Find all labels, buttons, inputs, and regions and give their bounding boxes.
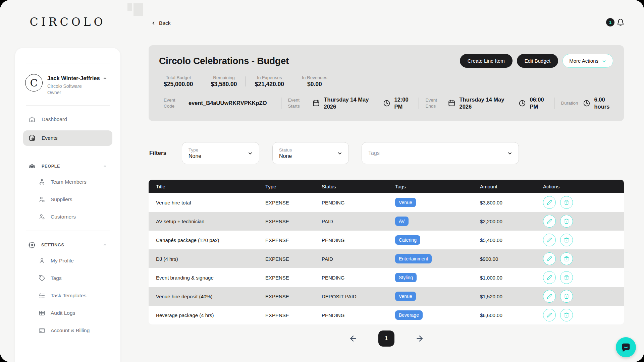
status-filter-value: None [279,153,337,159]
sidebar-item-events[interactable]: Events [23,130,112,146]
chevron-down-icon [248,150,253,156]
page-number-button[interactable]: 1 [378,330,394,347]
sidebar-item-account-billing[interactable]: Account & Billing [23,323,112,338]
sidebar-item-dashboard[interactable]: Dashboard [23,112,112,127]
avatar: C [25,74,43,92]
stat-label: Remaining [211,75,237,80]
chevron-up-icon [103,164,107,168]
cell-type: EXPENSE [265,256,322,262]
tags-filter-dropdown[interactable]: Tags [362,142,519,164]
sidebar-item-customers[interactable]: Customers [23,209,112,225]
page-title: Circolo Celebrations - Budget [159,56,289,66]
chat-launcher-button[interactable] [616,337,636,357]
sidebar-item-team-members[interactable]: Team Members [23,174,112,190]
edit-line-item-button[interactable] [543,290,556,303]
sidebar-item-my-profile[interactable]: My Profile [23,253,112,268]
more-actions-label: More Actions [569,58,598,64]
more-actions-button[interactable]: More Actions [562,54,613,68]
chevron-down-icon [507,150,513,156]
sidebar-section-people[interactable]: PEOPLE [23,160,112,173]
table-row: Beverage package (4 hrs)EXPENSEPENDINGBe… [149,306,624,324]
next-page-button[interactable] [415,334,424,343]
circolo-logo: CIRCOLO [15,15,120,28]
create-line-item-button[interactable]: Create Line Item [460,54,513,68]
sidebar-item-tags[interactable]: Tags [23,270,112,286]
arrow-left-icon [349,334,358,343]
cell-actions [543,309,624,321]
type-filter-value: None [189,153,248,159]
delete-line-item-button[interactable] [560,290,573,303]
stat-label: In Revenues [302,75,327,80]
arrow-right-icon [415,334,424,343]
section-label: SETTINGS [41,243,64,247]
stat-label: In Expenses [255,75,284,80]
duration-label: Duration [561,100,578,106]
edit-line-item-button[interactable] [543,252,556,265]
edit-line-item-button[interactable] [543,271,556,284]
back-button[interactable]: Back [151,20,170,26]
cell-status: PENDING [322,312,395,318]
stat-value: $0.00 [302,81,327,88]
sidebar-section-settings[interactable]: SETTINGS [23,238,112,252]
column-header: Status [322,184,395,189]
pencil-icon [547,200,552,205]
cell-type: EXPENSE [265,312,322,318]
chevron-up-icon [103,76,107,81]
delete-line-item-button[interactable] [560,215,573,228]
cell-type: EXPENSE [265,200,322,205]
delete-line-item-button[interactable] [560,252,573,265]
cell-type: EXPENSE [265,275,322,281]
cell-actions [543,290,624,303]
tag-badge: Entertainment [395,254,432,263]
user-name: Jack Winter-Jeffries [47,75,100,81]
notification-badge: 1 [606,18,614,26]
trash-icon [564,312,569,318]
pencil-icon [547,237,552,243]
status-filter-dropdown[interactable]: Status None [272,142,349,164]
cell-status: PAID [322,219,395,224]
sidebar-item-label: Dashboard [42,116,67,122]
cell-amount: $1,000.00 [480,275,543,281]
type-filter-dropdown[interactable]: Type None [182,142,259,164]
edit-line-item-button[interactable] [543,196,556,209]
column-header: Actions [543,184,624,189]
cell-status: PAID [322,256,395,262]
user-box-icon [39,196,45,203]
delete-line-item-button[interactable] [560,234,573,246]
user-org: Circolo Software [47,83,107,89]
edit-budget-button[interactable]: Edit Budget [517,54,558,68]
decorative-notch [133,3,143,16]
cell-type: EXPENSE [265,219,322,224]
edit-line-item-button[interactable] [543,215,556,228]
cell-actions [543,196,624,209]
people-icon [29,163,36,170]
divider [281,98,281,109]
cell-tags: Beverage [395,310,480,320]
sidebar-item-label: Team Members [51,179,87,185]
event-starts-label: Event Starts [288,97,305,109]
sidebar-item-suppliers[interactable]: Suppliers [23,192,112,207]
delete-line-item-button[interactable] [560,271,573,284]
sidebar-item-task-templates[interactable]: Task Templates [23,288,112,303]
delete-line-item-button[interactable] [560,196,573,209]
bell-icon[interactable] [616,18,625,26]
sidebar-item-audit-logs[interactable]: Audit Logs [23,305,112,321]
cell-tags: Entertainment [395,254,480,263]
tag-badge: Beverage [395,310,423,320]
sidebar-item-label: My Profile [51,258,74,264]
edit-line-item-button[interactable] [543,234,556,246]
trash-icon [564,219,569,224]
cell-amount: $5,400.00 [480,237,543,243]
delete-line-item-button[interactable] [560,309,573,321]
tag-icon [39,275,45,282]
event-ends-date: Thursday 14 May 2026 [460,96,516,110]
stat-label: Total Budget [164,75,193,80]
edit-line-item-button[interactable] [543,309,556,321]
gear-icon [29,242,35,248]
table-icon [39,310,45,316]
cell-status: DEPOSIT PAID [322,294,395,299]
user-profile-menu[interactable]: C Jack Winter-Jeffries Circolo Software … [23,63,112,105]
previous-page-button[interactable] [349,334,358,343]
cell-amount: $6,600.00 [480,312,543,318]
cell-actions [543,215,624,228]
